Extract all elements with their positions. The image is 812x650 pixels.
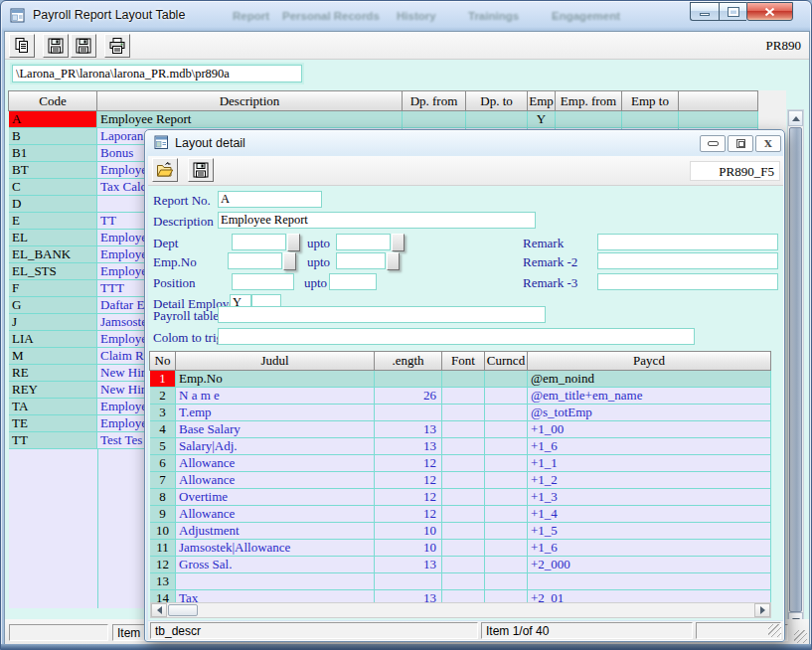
grid-cell-judul: N a m e [176, 388, 375, 405]
grid-row[interactable]: 12Gross Sal.13+2_000 [150, 557, 771, 573]
remark3-input[interactable] [597, 273, 778, 290]
grid-row[interactable]: 1Emp.No@em_noind [150, 371, 771, 388]
grid-row[interactable]: 8Overtime12+1_3 [150, 489, 771, 506]
main-vertical-scrollbar[interactable] [787, 109, 804, 629]
payroll-table-input[interactable] [218, 306, 546, 323]
report-no-label: Report No. [153, 193, 211, 209]
cell-code: RE [9, 365, 97, 382]
grid-column-header[interactable]: Paycd [527, 351, 771, 371]
window-controls [690, 2, 793, 21]
grid-row[interactable]: 10Adjustment10+1_5 [150, 523, 771, 540]
save-button[interactable] [43, 34, 69, 58]
remark2-input[interactable] [597, 252, 778, 269]
column-header[interactable]: Emp to [621, 90, 679, 111]
scroll-right-button[interactable] [754, 603, 770, 617]
position-from-input[interactable] [232, 273, 294, 290]
report-no-input[interactable] [218, 191, 322, 208]
remark-input[interactable] [597, 234, 778, 250]
detail-grid-header: NoJudul.engthFontCurncdPaycd [150, 351, 771, 371]
cell-code: F [9, 280, 97, 297]
scroll-up-button[interactable] [788, 110, 803, 126]
save-button-2[interactable] [71, 34, 96, 58]
column-header[interactable]: Dp. from [402, 90, 466, 111]
grid-column-header[interactable]: .ength [374, 351, 442, 371]
grid-row[interactable]: 5Salary|Adj.13+1_6 [150, 438, 771, 455]
emp-no-to-input[interactable] [336, 252, 386, 269]
status-item-count: Item 1/of 40 [481, 622, 693, 639]
grid-cell-no: 12 [150, 557, 176, 573]
dept-to-input[interactable] [336, 234, 391, 250]
grid-row[interactable]: 3T.emp@s_totEmp [150, 405, 771, 421]
grid-cell-no: 14 [150, 590, 176, 602]
open-button[interactable] [152, 158, 178, 182]
grid-cell-no: 4 [150, 421, 176, 438]
vertical-scroll-thumb[interactable] [789, 127, 802, 612]
grid-row[interactable]: 2N a m e26@em_title+em_name [150, 388, 771, 405]
dept-from-input[interactable] [232, 234, 286, 250]
horizontal-scroll-thumb[interactable] [168, 604, 198, 616]
column-divider [97, 449, 98, 608]
grid-cell-curncd [485, 371, 528, 388]
grid-cell-length: 12 [375, 506, 442, 523]
grid-row[interactable]: 7Allowance12+1_2 [150, 472, 771, 489]
grid-cell-judul: Overtime [176, 489, 375, 506]
column-header[interactable]: Emp. from [555, 90, 622, 111]
emp-no-to-lookup-button[interactable] [387, 252, 400, 270]
grid-row[interactable]: 4Base Salary13+1_00 [150, 421, 771, 438]
main-resize-grip[interactable] [794, 630, 807, 643]
table-row[interactable]: AEmployee ReportY [9, 111, 758, 128]
emp-no-from-input[interactable] [228, 252, 282, 269]
description-input[interactable] [218, 212, 536, 229]
status-count-text: Item 1/of 40 [486, 624, 549, 638]
emp-no-from-lookup-button[interactable] [283, 252, 296, 270]
close-button[interactable] [746, 2, 793, 21]
close-icon [764, 7, 775, 17]
dialog-maximize-button[interactable] [728, 135, 753, 152]
grid-cell-curncd [485, 523, 528, 540]
column-header[interactable]: Dp. to [465, 90, 528, 111]
dialog-save-button[interactable] [188, 158, 214, 182]
payroll-table-label: Payroll table [153, 308, 219, 324]
column-header[interactable]: Emp [527, 90, 556, 111]
dialog-resize-grip[interactable] [768, 624, 781, 637]
grid-cell-font [442, 421, 485, 438]
grid-row[interactable]: 9Allowance12+1_4 [150, 506, 771, 523]
dialog-close-button[interactable]: X [755, 135, 781, 152]
colom-to-trigger-input[interactable] [218, 328, 695, 345]
position-to-input[interactable] [329, 273, 377, 290]
column-header[interactable]: Description [96, 90, 403, 111]
maximize-button[interactable] [719, 2, 746, 21]
scroll-left-button[interactable] [151, 603, 167, 617]
grid-row[interactable]: 13 [150, 573, 771, 590]
minimize-icon [700, 13, 710, 16]
cell-code: D [9, 196, 97, 213]
copy-button[interactable] [9, 34, 35, 58]
dialog-minimize-button[interactable] [700, 135, 726, 152]
cell-code: BT [9, 162, 97, 179]
dept-to-lookup-button[interactable] [392, 234, 405, 251]
grid-column-header[interactable]: No [149, 351, 176, 371]
position-label: Position [153, 275, 196, 291]
grid-row[interactable]: 6Allowance12+1_1 [150, 455, 771, 472]
minimize-button[interactable] [690, 2, 719, 21]
grid-cell-font [442, 523, 485, 540]
print-button[interactable] [104, 34, 130, 58]
grid-row[interactable]: 11Jamsostek|Allowance10+1_6 [150, 540, 771, 557]
grid-cell-judul: Adjustment [176, 523, 375, 540]
status-field-text: tb_descr [155, 624, 201, 638]
grid-cell-paycd: +1_00 [528, 421, 771, 438]
cell-code: B [9, 128, 97, 145]
dialog-form-code: PR890_F5 [690, 161, 780, 181]
grid-column-header[interactable]: Font [441, 351, 485, 371]
grid-column-header[interactable]: Curncd [484, 351, 528, 371]
dept-from-lookup-button[interactable] [287, 234, 300, 251]
detail-horizontal-scrollbar[interactable] [150, 602, 771, 618]
grid-row[interactable]: 14Tax13+2_01 [150, 590, 771, 602]
grid-cell-paycd: +1_6 [528, 438, 771, 455]
grid-column-header[interactable]: Judul [175, 351, 375, 371]
grid-cell-judul [176, 573, 375, 590]
path-input[interactable] [12, 65, 302, 82]
grid-cell-judul: Salary|Adj. [176, 438, 375, 455]
column-header[interactable]: Code [8, 90, 97, 111]
grid-cell-font [442, 405, 485, 421]
